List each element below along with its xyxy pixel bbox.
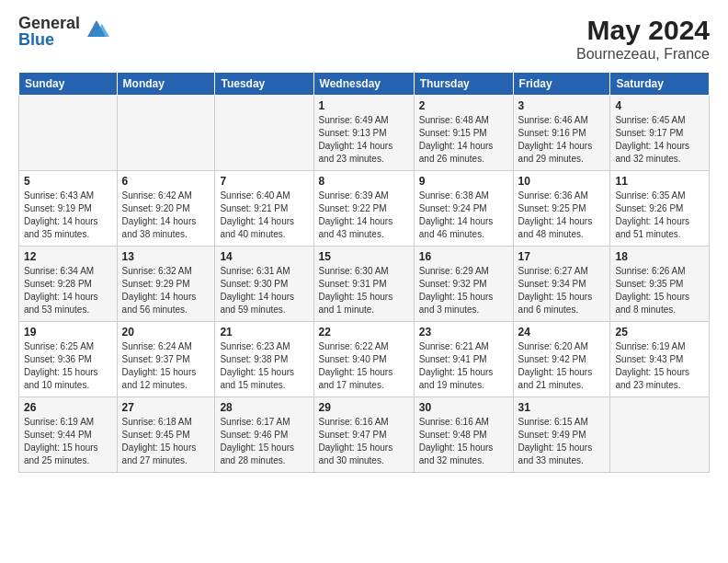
calendar-cell: 14Sunrise: 6:31 AM Sunset: 9:30 PM Dayli… [215,247,313,322]
calendar-cell: 30Sunrise: 6:16 AM Sunset: 9:48 PM Dayli… [414,397,513,473]
day-number: 25 [615,326,704,339]
day-info: Sunrise: 6:39 AM Sunset: 9:22 PM Dayligh… [319,190,409,241]
calendar-cell: 28Sunrise: 6:17 AM Sunset: 9:46 PM Dayli… [215,397,313,473]
day-info: Sunrise: 6:19 AM Sunset: 9:44 PM Dayligh… [24,416,112,467]
calendar-cell: 27Sunrise: 6:18 AM Sunset: 9:45 PM Dayli… [117,397,215,473]
weekday-row: SundayMondayTuesdayWednesdayThursdayFrid… [19,73,710,96]
page: General Blue May 2024 Bournezeau, France… [0,0,728,563]
calendar-cell: 20Sunrise: 6:24 AM Sunset: 9:37 PM Dayli… [117,322,215,397]
day-number: 8 [319,175,409,188]
calendar-cell: 4Sunrise: 6:45 AM Sunset: 9:17 PM Daylig… [610,96,710,171]
weekday-header-monday: Monday [117,73,215,96]
day-info: Sunrise: 6:19 AM Sunset: 9:43 PM Dayligh… [615,340,704,392]
day-info: Sunrise: 6:17 AM Sunset: 9:46 PM Dayligh… [220,416,308,467]
title-block: May 2024 Bournezeau, France [576,15,710,63]
day-number: 23 [419,326,508,339]
calendar-cell: 13Sunrise: 6:32 AM Sunset: 9:29 PM Dayli… [117,247,215,322]
day-info: Sunrise: 6:16 AM Sunset: 9:48 PM Dayligh… [419,416,508,467]
weekday-header-friday: Friday [513,73,610,96]
day-info: Sunrise: 6:25 AM Sunset: 9:36 PM Dayligh… [24,340,112,392]
day-number: 30 [419,401,508,414]
day-number: 24 [518,326,606,339]
day-number: 4 [615,99,704,112]
day-info: Sunrise: 6:23 AM Sunset: 9:38 PM Dayligh… [220,340,308,392]
calendar-cell: 22Sunrise: 6:22 AM Sunset: 9:40 PM Dayli… [313,322,414,397]
calendar-cell: 15Sunrise: 6:30 AM Sunset: 9:31 PM Dayli… [313,247,414,322]
day-info: Sunrise: 6:43 AM Sunset: 9:19 PM Dayligh… [24,190,112,241]
day-info: Sunrise: 6:31 AM Sunset: 9:30 PM Dayligh… [220,265,308,316]
day-number: 9 [419,175,508,188]
day-number: 20 [122,326,210,339]
weekday-header-thursday: Thursday [414,73,513,96]
weekday-header-saturday: Saturday [610,73,710,96]
calendar-cell: 1Sunrise: 6:49 AM Sunset: 9:13 PM Daylig… [313,96,414,171]
day-number: 11 [615,175,704,188]
weekday-header-wednesday: Wednesday [313,73,414,96]
calendar-cell: 7Sunrise: 6:40 AM Sunset: 9:21 PM Daylig… [215,171,313,247]
calendar-cell: 12Sunrise: 6:34 AM Sunset: 9:28 PM Dayli… [19,247,118,322]
day-number: 29 [319,401,409,414]
calendar-cell: 17Sunrise: 6:27 AM Sunset: 9:34 PM Dayli… [513,247,610,322]
logo-icon [84,17,109,42]
day-number: 18 [615,250,704,263]
weekday-header-sunday: Sunday [19,73,118,96]
day-number: 16 [419,250,508,263]
day-info: Sunrise: 6:18 AM Sunset: 9:45 PM Dayligh… [122,416,210,467]
day-number: 7 [220,175,308,188]
day-number: 14 [220,250,308,263]
calendar-cell: 11Sunrise: 6:35 AM Sunset: 9:26 PM Dayli… [610,171,710,247]
day-number: 17 [518,250,606,263]
logo-general: General [18,15,80,31]
day-info: Sunrise: 6:42 AM Sunset: 9:20 PM Dayligh… [122,190,210,241]
calendar-cell: 10Sunrise: 6:36 AM Sunset: 9:25 PM Dayli… [513,171,610,247]
day-number: 21 [220,326,308,339]
day-info: Sunrise: 6:48 AM Sunset: 9:15 PM Dayligh… [419,114,508,166]
calendar-cell: 19Sunrise: 6:25 AM Sunset: 9:36 PM Dayli… [19,322,118,397]
day-number: 6 [122,175,210,188]
day-number: 22 [319,326,409,339]
calendar-week-2: 5Sunrise: 6:43 AM Sunset: 9:19 PM Daylig… [19,171,710,247]
day-info: Sunrise: 6:21 AM Sunset: 9:41 PM Dayligh… [419,340,508,392]
calendar-cell [215,96,313,171]
day-info: Sunrise: 6:32 AM Sunset: 9:29 PM Dayligh… [122,265,210,316]
day-info: Sunrise: 6:24 AM Sunset: 9:37 PM Dayligh… [122,340,210,392]
month-year-title: May 2024 [576,15,710,46]
day-number: 13 [122,250,210,263]
calendar-cell: 25Sunrise: 6:19 AM Sunset: 9:43 PM Dayli… [610,322,710,397]
calendar-week-1: 1Sunrise: 6:49 AM Sunset: 9:13 PM Daylig… [19,96,710,171]
day-info: Sunrise: 6:16 AM Sunset: 9:47 PM Dayligh… [319,416,409,467]
day-number: 26 [24,401,112,414]
calendar-week-5: 26Sunrise: 6:19 AM Sunset: 9:44 PM Dayli… [19,397,710,473]
calendar-cell: 2Sunrise: 6:48 AM Sunset: 9:15 PM Daylig… [414,96,513,171]
logo-text: General Blue [18,15,80,48]
day-number: 28 [220,401,308,414]
location-subtitle: Bournezeau, France [576,46,710,63]
day-number: 19 [24,326,112,339]
day-info: Sunrise: 6:27 AM Sunset: 9:34 PM Dayligh… [518,265,606,316]
day-info: Sunrise: 6:40 AM Sunset: 9:21 PM Dayligh… [220,190,308,241]
calendar-cell [610,397,710,473]
calendar-cell [19,96,118,171]
calendar-header: SundayMondayTuesdayWednesdayThursdayFrid… [19,73,710,96]
calendar-cell: 21Sunrise: 6:23 AM Sunset: 9:38 PM Dayli… [215,322,313,397]
day-info: Sunrise: 6:36 AM Sunset: 9:25 PM Dayligh… [518,190,606,241]
header: General Blue May 2024 Bournezeau, France [18,15,710,63]
calendar-week-3: 12Sunrise: 6:34 AM Sunset: 9:28 PM Dayli… [19,247,710,322]
calendar-cell: 24Sunrise: 6:20 AM Sunset: 9:42 PM Dayli… [513,322,610,397]
calendar-cell: 6Sunrise: 6:42 AM Sunset: 9:20 PM Daylig… [117,171,215,247]
weekday-header-tuesday: Tuesday [215,73,313,96]
day-number: 12 [24,250,112,263]
day-number: 15 [319,250,409,263]
day-info: Sunrise: 6:45 AM Sunset: 9:17 PM Dayligh… [615,114,704,166]
calendar-table: SundayMondayTuesdayWednesdayThursdayFrid… [18,72,710,473]
calendar-week-4: 19Sunrise: 6:25 AM Sunset: 9:36 PM Dayli… [19,322,710,397]
logo-blue: Blue [18,31,80,48]
day-info: Sunrise: 6:34 AM Sunset: 9:28 PM Dayligh… [24,265,112,316]
day-info: Sunrise: 6:29 AM Sunset: 9:32 PM Dayligh… [419,265,508,316]
calendar-cell: 23Sunrise: 6:21 AM Sunset: 9:41 PM Dayli… [414,322,513,397]
calendar-cell: 5Sunrise: 6:43 AM Sunset: 9:19 PM Daylig… [19,171,118,247]
day-info: Sunrise: 6:20 AM Sunset: 9:42 PM Dayligh… [518,340,606,392]
day-info: Sunrise: 6:35 AM Sunset: 9:26 PM Dayligh… [615,190,704,241]
calendar-cell [117,96,215,171]
calendar-cell: 18Sunrise: 6:26 AM Sunset: 9:35 PM Dayli… [610,247,710,322]
